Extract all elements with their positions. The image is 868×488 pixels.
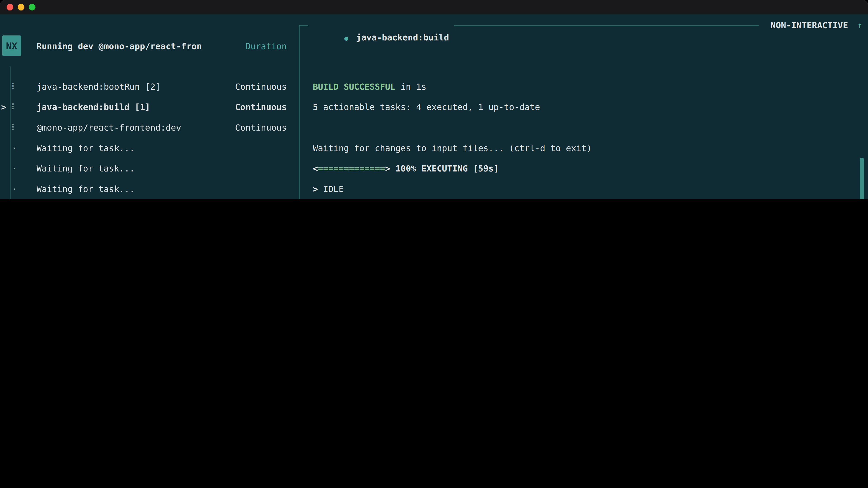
task-row[interactable]: ·Waiting for task... [0, 179, 293, 199]
close-button[interactable] [6, 4, 13, 10]
task-list-title: Running dev @mono-app/react-fron [37, 40, 202, 53]
terminal-text: > [313, 184, 323, 194]
nx-logo: NX [2, 35, 21, 56]
task-label: java-backend:build [1] [37, 97, 150, 118]
build-panel-left-border [299, 26, 299, 199]
terminal-text: 5 actionable tasks: 4 executed, 1 up-to-… [313, 102, 540, 112]
running-spinner-icon: ⠇ [11, 97, 18, 118]
scrollbar-thumb[interactable] [860, 158, 864, 199]
screen: NX Running dev @mono-app/react-fron Dura… [0, 0, 868, 199]
task-label: Waiting for task... [37, 138, 135, 159]
task-list-panel: NX Running dev @mono-app/react-fron Dura… [0, 14, 293, 199]
task-label: @mono-app/react-frontend:dev [37, 118, 181, 138]
non-interactive-label: NON-INTERACTIVE [771, 20, 848, 32]
running-spinner-icon: ⠇ [11, 118, 18, 138]
task-rows: ⠇java-backend:bootRun [2]Continuous>⠇jav… [0, 77, 293, 199]
terminal-text: > [385, 164, 391, 174]
terminal-text: 100% EXECUTING [59s] [391, 164, 499, 174]
minimize-button[interactable] [18, 4, 24, 10]
task-label: Waiting for task... [37, 159, 135, 180]
terminal-text: IDLE [323, 184, 344, 194]
terminal-text: in 1s [395, 82, 426, 92]
terminal-text: < [313, 164, 318, 174]
terminal-text: ============= [318, 164, 385, 174]
waiting-dot-icon: · [12, 138, 18, 159]
build-panel-header: ●java-backend:build [308, 20, 454, 32]
panel-bullet-icon: ● [344, 34, 348, 42]
build-panel-title: java-backend:build [356, 33, 449, 42]
task-row[interactable]: ⠇java-backend:bootRun [2]Continuous [0, 77, 293, 97]
waiting-dot-icon: · [12, 179, 18, 199]
terminal-line [313, 118, 861, 138]
duration-column-header: Duration [246, 40, 287, 53]
terminal-line: Waiting for changes to input files... (c… [313, 138, 861, 159]
terminal-line: <=============> 100% EXECUTING [59s] [313, 159, 861, 180]
task-row[interactable]: >⠇java-backend:build [1]Continuous [0, 97, 293, 118]
build-terminal-output[interactable]: BUILD SUCCESSFUL in 1s5 actionable tasks… [313, 77, 861, 199]
task-status: Continuous [235, 118, 287, 138]
zoom-button[interactable] [29, 4, 35, 10]
task-row[interactable]: ·Waiting for task... [0, 159, 293, 180]
terminal-text: Waiting for changes to input files... (c… [313, 143, 592, 153]
terminal-window: NX Running dev @mono-app/react-fron Dura… [0, 0, 868, 199]
selected-task-arrow-icon: > [1, 97, 6, 118]
running-spinner-icon: ⠇ [11, 77, 18, 97]
terminal-line: BUILD SUCCESSFUL in 1s [313, 77, 861, 97]
task-status: Continuous [235, 77, 287, 97]
titlebar [0, 0, 868, 14]
task-status: Continuous [235, 97, 287, 118]
task-row[interactable]: ·Waiting for task... [0, 138, 293, 159]
terminal-line: 5 actionable tasks: 4 executed, 1 up-to-… [313, 97, 861, 118]
terminal-line: > IDLE [313, 179, 861, 199]
terminal-text: BUILD SUCCESSFUL [313, 82, 396, 92]
scroll-up-icon[interactable]: ↑ [855, 20, 865, 32]
task-label: java-backend:bootRun [2] [37, 77, 160, 97]
waiting-dot-icon: · [12, 159, 18, 180]
task-row[interactable]: ⠇@mono-app/react-frontend:devContinuous [0, 118, 293, 138]
task-label: Waiting for task... [37, 179, 135, 199]
